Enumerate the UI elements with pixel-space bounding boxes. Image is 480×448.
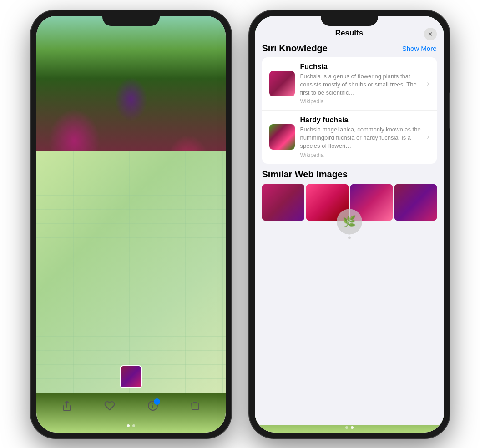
info-badge: i xyxy=(154,398,160,405)
result-desc-hardy: Fuchsia magellanica, commonly known as t… xyxy=(300,126,422,151)
result-thumb-fuchsia xyxy=(269,71,295,96)
info-button[interactable]: i xyxy=(147,400,158,411)
siri-leaf-icon: 🌿 xyxy=(343,215,356,228)
map-section[interactable] xyxy=(36,151,226,393)
sheet-handle xyxy=(340,20,359,21)
result-thumb-hardy xyxy=(269,124,295,150)
siri-knowledge-title: Siri Knowledge xyxy=(262,43,328,54)
result-name-fuchsia: Fuchsia xyxy=(300,63,422,71)
show-more-button[interactable]: Show More xyxy=(402,45,437,52)
chevron-icon: › xyxy=(427,80,429,88)
siri-dot xyxy=(348,236,351,239)
right-phone: 🌿 Results ✕ Siri Knowledge Show More xyxy=(249,10,450,438)
similar-image-1[interactable] xyxy=(262,184,304,221)
result-name-hardy: Hardy fuchsia xyxy=(300,116,422,124)
sheet-header: Results ✕ xyxy=(255,25,444,43)
right-phone-screen: 🌿 Results ✕ Siri Knowledge Show More xyxy=(255,16,444,433)
siri-visual-button: 🌿 xyxy=(337,209,362,234)
map-thumbnail xyxy=(120,365,142,388)
sheet-close-button[interactable]: ✕ xyxy=(424,28,437,40)
similar-title: Similar Web Images xyxy=(262,169,437,180)
left-phone: Add a Caption 🌿 Look Up – Plant› Monday … xyxy=(31,10,231,438)
result-source-fuchsia: Wikipedia xyxy=(300,98,422,105)
share-button[interactable] xyxy=(61,400,72,411)
result-desc-fuchsia: Fuchsia is a genus of flowering plants t… xyxy=(300,72,422,97)
result-source-hardy: Wikipedia xyxy=(300,152,422,158)
siri-knowledge-block: Fuchsia Fuchsia is a genus of flowering … xyxy=(262,57,437,164)
sheet-title: Results xyxy=(335,29,363,38)
chevron-icon: › xyxy=(427,133,429,141)
siri-knowledge-header: Siri Knowledge Show More xyxy=(255,43,444,57)
left-phone-screen: Add a Caption 🌿 Look Up – Plant› Monday … xyxy=(36,16,226,433)
list-item[interactable]: Hardy fuchsia Fuchsia magellanica, commo… xyxy=(262,111,437,164)
result-content-fuchsia: Fuchsia Fuchsia is a genus of flowering … xyxy=(300,63,422,105)
favorite-button[interactable] xyxy=(104,400,115,411)
list-item[interactable]: Fuchsia Fuchsia is a genus of flowering … xyxy=(262,57,437,111)
delete-button[interactable] xyxy=(190,400,200,411)
similar-image-4[interactable] xyxy=(394,184,437,221)
result-content-hardy: Hardy fuchsia Fuchsia magellanica, commo… xyxy=(300,116,422,158)
